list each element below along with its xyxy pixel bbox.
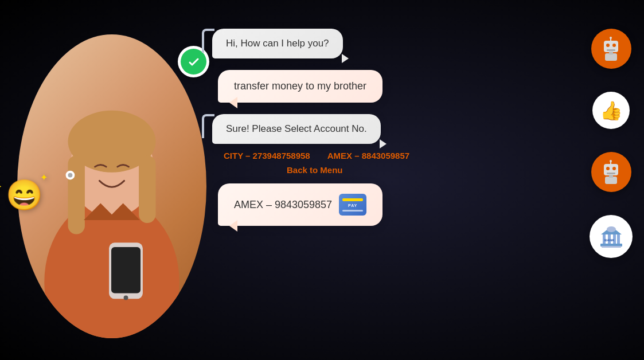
- user-text-2: AMEX – 9843059857: [234, 199, 332, 211]
- svg-rect-31: [617, 234, 620, 244]
- svg-point-14: [606, 44, 610, 47]
- pay-card-icon: PAY: [339, 194, 366, 216]
- svg-point-22: [606, 167, 610, 170]
- svg-rect-18: [609, 52, 613, 54]
- person-photo: [17, 34, 206, 338]
- user-bubble-1: transfer money to my brother: [218, 70, 383, 103]
- svg-point-15: [612, 44, 616, 47]
- user-bubble-tail-2: [229, 220, 237, 232]
- svg-rect-26: [609, 175, 613, 178]
- pay-card-stripe: [342, 198, 363, 201]
- svg-point-34: [607, 226, 616, 232]
- bank-svg: BANK: [596, 222, 626, 252]
- svg-rect-5: [139, 155, 155, 223]
- svg-rect-16: [607, 49, 615, 51]
- svg-rect-33: [602, 246, 621, 248]
- main-scene: 😄 ✦ ✦ Hi, How can I help you? transf: [0, 0, 644, 360]
- pay-card-text: PAY: [348, 204, 357, 208]
- robot-icon-1: [591, 29, 631, 69]
- user-bubble-2: AMEX – 9843059857 PAY: [218, 183, 383, 226]
- emoji-smiley: 😄 ✦ ✦: [6, 178, 43, 213]
- svg-point-10: [124, 295, 128, 300]
- robot-icon-2: [591, 152, 631, 192]
- svg-text:BANK: BANK: [604, 238, 615, 242]
- sparkle-icon: ✦: [40, 172, 48, 183]
- chat-area: Hi, How can I help you? transfer money t…: [212, 29, 533, 226]
- thumbs-up-icon: 👍: [592, 92, 630, 129]
- bot-text-1: Hi, How can I help you?: [226, 38, 329, 49]
- account-option-amex[interactable]: AMEX – 8843059857: [327, 151, 409, 161]
- robot-svg-1: [598, 36, 624, 62]
- svg-rect-9: [111, 247, 140, 293]
- bot-message-1: Hi, How can I help you?: [212, 29, 533, 58]
- person-svg: [26, 46, 198, 338]
- user-bubble-tail: [229, 97, 237, 108]
- bank-icon: BANK: [590, 215, 633, 258]
- checkmark-icon: [187, 55, 201, 69]
- svg-point-21: [610, 160, 612, 162]
- bot-message-2: Sure! Please Select Account No. CITY – 2…: [212, 114, 533, 175]
- user-text-1: transfer money to my brother: [234, 80, 366, 92]
- svg-point-23: [612, 167, 616, 170]
- robot-svg-2: [598, 159, 624, 185]
- bot-text-2: Sure! Please Select Account No.: [226, 123, 367, 134]
- sparkle-icon-2: ✦: [0, 183, 2, 190]
- user-message-1: transfer money to my brother: [218, 70, 533, 103]
- account-options: CITY – 273948758958 AMEX – 8843059857: [224, 151, 533, 161]
- svg-rect-4: [68, 155, 85, 234]
- bot-bubble-2: Sure! Please Select Account No.: [212, 114, 381, 144]
- user-message-2: AMEX – 9843059857 PAY: [218, 183, 533, 226]
- svg-point-13: [610, 37, 612, 39]
- back-to-menu-button[interactable]: Back to Menu: [287, 165, 533, 175]
- svg-point-7: [68, 173, 73, 178]
- thumbs-up-emoji: 👍: [600, 100, 623, 122]
- right-icons-panel: 👍: [590, 29, 633, 258]
- svg-rect-24: [607, 173, 615, 174]
- account-option-city[interactable]: CITY – 273948758958: [224, 151, 310, 161]
- bot-bubble-1: Hi, How can I help you?: [212, 29, 343, 58]
